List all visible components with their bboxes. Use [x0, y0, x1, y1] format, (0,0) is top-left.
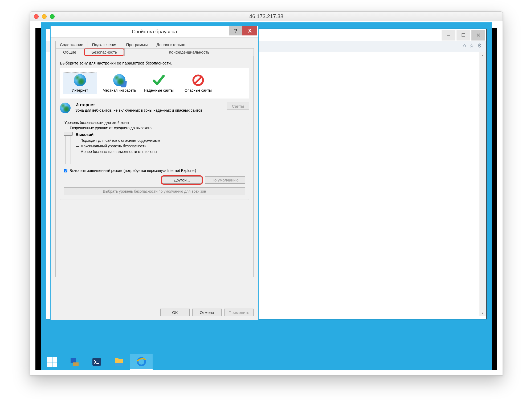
checkmark-icon [152, 74, 165, 87]
windows-desktop: ─ ☐ ✕ e ной... × ⌂ ☆ ⚙ [41, 22, 492, 370]
globe-shield-icon [113, 74, 125, 86]
taskbar-ie[interactable] [130, 354, 153, 370]
favorites-icon[interactable]: ☆ [469, 42, 474, 49]
default-level-button[interactable]: По умолчанию [205, 176, 245, 184]
dialog-help-button[interactable]: ? [229, 26, 242, 35]
svg-line-1 [195, 77, 202, 84]
scrollbar[interactable]: ▴ ▾ [479, 52, 486, 316]
scroll-down-icon[interactable]: ▾ [479, 310, 486, 316]
ie-toolbar-icons: ⌂ ☆ ⚙ [463, 42, 482, 49]
mac-window-title: 46.173.217.38 [30, 13, 503, 19]
cancel-button[interactable]: Отмена [192, 309, 222, 316]
tab-programs[interactable]: Программы [122, 41, 152, 48]
taskbar-explorer[interactable] [108, 354, 130, 370]
tab-privacy[interactable]: Конфиденциальность [124, 48, 254, 56]
zone-list[interactable]: Интернет Местная интрасеть Надежные са [60, 68, 249, 99]
tab-general[interactable]: Общие [55, 48, 84, 56]
taskbar [41, 354, 492, 370]
zone-trusted-sites[interactable]: Надежные сайты [142, 74, 176, 93]
sites-button[interactable]: Сайты [227, 103, 249, 110]
zone-local-intranet[interactable]: Местная интрасеть [102, 74, 136, 93]
security-level-group: Уровень безопасности для этой зоны Разре… [60, 123, 249, 200]
security-tab-panel: Выберите зону для настройки ее параметро… [55, 56, 254, 277]
ie-maximize-button[interactable]: ☐ [456, 30, 470, 41]
protected-mode-row: Включить защищенный режим (потребуется п… [64, 168, 245, 173]
internet-options-dialog: Свойства браузера ? X Содержание Подключ… [50, 26, 259, 320]
dialog-body: Содержание Подключения Программы Дополни… [51, 38, 258, 320]
file-explorer-icon [114, 357, 124, 367]
tab-content[interactable]: Содержание [55, 41, 88, 48]
tab-security[interactable]: Безопасность [84, 48, 125, 56]
group-legend: Уровень безопасности для этой зоны [63, 120, 131, 125]
remote-viewport: ─ ☐ ✕ e ной... × ⌂ ☆ ⚙ [35, 28, 497, 370]
home-icon[interactable]: ⌂ [463, 42, 466, 49]
dialog-close-button[interactable]: X [242, 26, 257, 35]
tab-row-top: Содержание Подключения Программы Дополни… [55, 41, 254, 49]
scroll-up-icon[interactable]: ▴ [479, 52, 486, 58]
zone-restricted-sites[interactable]: Опасные сайты [181, 74, 215, 93]
taskbar-server-manager[interactable] [63, 354, 85, 370]
slider-thumb[interactable] [64, 132, 73, 136]
selected-zone-desc: Зона для веб-сайтов, не включенных в зон… [75, 108, 203, 113]
svg-rect-6 [115, 358, 119, 360]
internet-explorer-icon [136, 356, 147, 367]
ie-minimize-button[interactable]: ─ [442, 30, 455, 41]
tab-connections[interactable]: Подключения [88, 41, 122, 48]
tools-gear-icon[interactable]: ⚙ [477, 42, 482, 49]
globe-icon [60, 103, 71, 113]
custom-level-button[interactable]: Другой... [162, 176, 202, 184]
zone-label: Надежные сайты [142, 88, 176, 93]
svg-rect-3 [73, 362, 79, 366]
zone-instruction: Выберите зону для настройки ее параметро… [60, 61, 249, 65]
protected-mode-checkbox[interactable] [64, 169, 67, 172]
ok-button[interactable]: OK [160, 309, 190, 316]
selected-zone-name: Интернет [75, 103, 203, 107]
zone-label: Интернет [64, 88, 96, 93]
zone-internet[interactable]: Интернет [63, 72, 97, 94]
protected-mode-label: Включить защищенный режим (потребуется п… [70, 168, 196, 173]
start-button[interactable] [41, 354, 63, 370]
mac-window: 46.173.217.38 ─ ☐ ✕ e ной... × ⌂ [30, 11, 503, 375]
windows-logo-icon [47, 357, 57, 367]
zone-description: Интернет Зона для веб-сайтов, не включен… [60, 103, 249, 113]
dialog-footer: OK Отмена Применить [55, 309, 254, 316]
tab-row-bottom: Общие Безопасность Конфиденциальность [55, 48, 254, 56]
mac-titlebar: 46.173.217.38 [30, 12, 503, 21]
globe-icon [74, 74, 86, 86]
svg-rect-2 [71, 358, 76, 363]
apply-button[interactable]: Применить [224, 309, 254, 316]
level-detail: — Подходит для сайтов с опасным содержим… [76, 138, 160, 155]
allowed-levels: Разрешенные уровни: от среднего до высок… [70, 126, 245, 130]
security-level-slider[interactable] [66, 132, 71, 164]
powershell-icon [91, 357, 102, 367]
reset-all-zones-button[interactable]: Выбрать уровень безопасности по умолчани… [64, 187, 245, 195]
tab-advanced[interactable]: Дополнительно [152, 41, 190, 48]
prohibited-icon [192, 74, 205, 87]
zone-label: Опасные сайты [181, 88, 215, 93]
server-manager-icon [69, 357, 80, 367]
dialog-titlebar: Свойства браузера ? X [51, 26, 258, 38]
zone-label: Местная интрасеть [102, 88, 136, 93]
dialog-title: Свойства браузера [132, 29, 177, 35]
svg-rect-7 [115, 363, 123, 366]
ie-close-button[interactable]: ✕ [471, 30, 485, 41]
taskbar-powershell[interactable] [85, 354, 108, 370]
level-name: Высокий [76, 132, 160, 137]
